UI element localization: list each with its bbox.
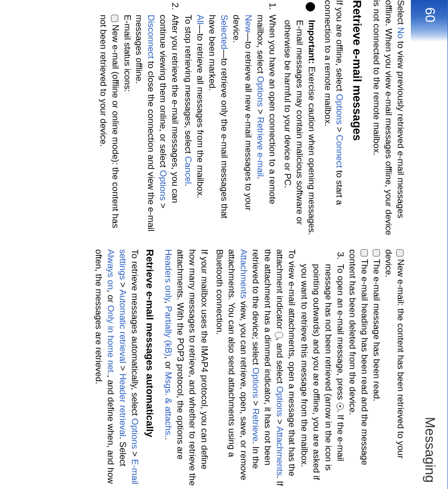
- text: —to retrieve all messages from the mailb…: [195, 25, 205, 198]
- paragraph: To retrieve messages automatically, sele…: [92, 249, 140, 486]
- link-cancel: Cancel: [183, 156, 193, 184]
- text: To stop retrieving messages, select: [183, 15, 193, 156]
- status-row: New e-mail (offline or online mode): the…: [97, 15, 121, 237]
- option-row: All—to retrieve all messages from the ma…: [194, 15, 206, 237]
- text: . In the: [251, 441, 261, 469]
- link-retrieve: Retrieve: [251, 408, 261, 441]
- important-note: Important: Exercise caution when opening…: [281, 0, 317, 237]
- text: If your mailbox uses the IMAP4 protocol,…: [175, 249, 209, 486]
- text: >: [251, 398, 261, 408]
- text: >: [118, 280, 128, 290]
- note-body: Important: Exercise caution when opening…: [281, 20, 317, 237]
- paragraph: If you are offline, select Options > Con…: [321, 0, 345, 237]
- text: To retrieve messages automatically, sele…: [130, 249, 140, 418]
- link-disconnect: Disconnect: [146, 15, 156, 59]
- attachment-icon: [275, 332, 283, 338]
- page-number-block: 60: [411, 0, 447, 42]
- link-options: Options: [275, 386, 285, 417]
- paragraph: Select No to view previously retrieved e…: [370, 0, 406, 237]
- text: —to retrieve all new e-mail messages to …: [231, 15, 253, 210]
- text: , and select: [275, 338, 285, 386]
- option-row: Selected—to retrieve only the e-mail mes…: [206, 15, 230, 237]
- link-header-retrieval: Header retrieval: [118, 373, 128, 437]
- mail-new-retrieved-icon: [396, 249, 404, 257]
- link-automatic-retrieval: Automatic retrieval: [118, 290, 128, 363]
- text: If you are offline, select: [335, 0, 345, 94]
- mail-read-icon: [373, 249, 380, 257]
- text: >: [275, 417, 285, 426]
- column-left: Select No to view previously retrieved e…: [0, 0, 406, 237]
- link-always-on: Always on: [106, 249, 116, 290]
- link-attachments: Attachments: [275, 427, 285, 476]
- link-headers-only: Headers only: [163, 249, 173, 301]
- text: , or: [106, 290, 116, 305]
- link-connect: Connect: [335, 135, 345, 168]
- page-number: 60: [422, 7, 438, 23]
- link-only-home-net: Only in home net.: [106, 305, 116, 375]
- status-row: The e-mail heading has been read and the…: [346, 249, 370, 486]
- ordered-list: When you have an open connection to a re…: [97, 0, 278, 237]
- paragraph: To view e-mail attachments, open a messa…: [213, 249, 297, 486]
- link-partially-kb: Partially (kB): [163, 306, 173, 356]
- link-new: New: [243, 15, 253, 32]
- option-row: To stop retrieving messages, select Canc…: [182, 15, 194, 237]
- list-item: When you have an open connection to a re…: [182, 13, 278, 237]
- paragraph: If your mailbox uses the IMAP4 protocol,…: [162, 249, 210, 486]
- list-item: To open an e-mail message, press . If th…: [298, 262, 346, 486]
- text: . Select: [118, 437, 128, 466]
- text: The e-mail heading has been read and the…: [348, 249, 369, 465]
- link-options: Options: [158, 170, 168, 201]
- text: >: [130, 449, 140, 459]
- joystick-press-icon: [337, 403, 344, 410]
- status-header: E-mail status icons:: [121, 15, 133, 237]
- text: To open an e-mail message, press: [335, 264, 345, 403]
- list-item: After you retrieve the e-mail messages, …: [97, 13, 181, 237]
- link-msgs-attachs: Msgs. & attachs.: [163, 372, 173, 438]
- page: 60 Messaging Select No to view previousl…: [0, 0, 448, 489]
- heading-retrieve: Retrieve e-mail messages: [350, 0, 365, 237]
- text: .: [163, 438, 173, 440]
- link-options: Options: [251, 368, 261, 398]
- status-row: The e-mail message has been read.: [370, 249, 382, 486]
- link-attachments-view: Attachments: [239, 249, 249, 299]
- text: The e-mail message has been read.: [372, 257, 382, 402]
- status-row: New e-mail: the content has been retriev…: [382, 249, 406, 486]
- text: New e-mail: the content has been retriev…: [384, 249, 406, 459]
- text-bold: Important:: [307, 20, 317, 64]
- text: >: [158, 201, 168, 208]
- content: Select No to view previously retrieved e…: [0, 0, 406, 489]
- text: >: [255, 107, 265, 117]
- mail-new-unretrieved-icon: [111, 15, 118, 22]
- link-options: Options: [130, 418, 140, 449]
- link-options: Options: [335, 94, 345, 125]
- link-no: No: [396, 27, 406, 39]
- option-row: New—to retrieve all new e-mail messages …: [230, 15, 254, 237]
- ordered-list-cont: To open an e-mail message, press . If th…: [298, 249, 346, 486]
- text: , or: [163, 357, 173, 372]
- text: ,: [163, 301, 173, 306]
- text: .: [183, 184, 193, 186]
- text: Select: [396, 0, 406, 27]
- header-bar: 60 Messaging: [411, 0, 448, 489]
- text: >: [335, 125, 345, 135]
- section-label: Messaging: [422, 417, 438, 483]
- text: >: [118, 363, 128, 373]
- text: .: [255, 176, 265, 179]
- link-selected: Selected: [219, 15, 229, 49]
- link-options: Options: [255, 76, 265, 107]
- link-all: All: [195, 15, 205, 25]
- important-icon: [304, 0, 317, 14]
- text: New e-mail (offline or online mode): the…: [98, 15, 120, 228]
- heading-auto-retrieve: Retrieve e-mail messages automatically: [143, 249, 157, 486]
- mail-deleted-content-icon: [361, 249, 368, 257]
- column-right: New e-mail: the content has been retriev…: [0, 249, 406, 486]
- link-retrieve-email: Retrieve e-mail: [255, 117, 265, 176]
